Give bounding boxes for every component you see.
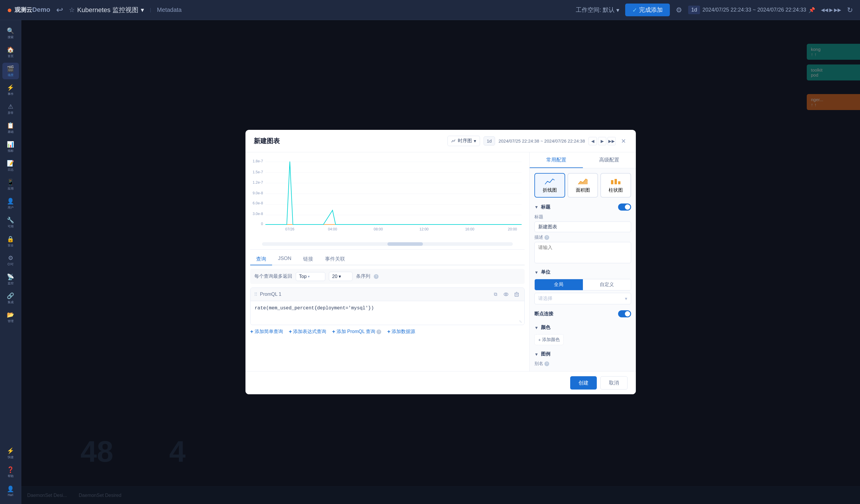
pin-icon[interactable]: 📌 [808, 7, 815, 13]
sidebar-item-basic[interactable]: 📋 基础 [2, 119, 19, 136]
promql-editor[interactable]: rate(mem_used_percent{deployment='mysql'… [250, 301, 524, 325]
sidebar-label-events: 事件 [8, 92, 14, 96]
availability-icon: 🔧 [7, 216, 14, 224]
sort-order-select[interactable]: Top ▾ [296, 272, 325, 281]
add-expr-query-btn[interactable]: + 添加表达式查询 [289, 329, 327, 335]
tab-advanced-config[interactable]: 高级配置 [583, 152, 636, 168]
add-promql-query-btn[interactable]: + 添加 PromQL 查询 ? [332, 329, 381, 335]
resize-handle[interactable]: ⤡ [519, 319, 522, 323]
metadata-btn[interactable]: Metadata [157, 6, 182, 13]
plus-icon-2: + [289, 329, 292, 335]
search-icon: 🔍 [7, 27, 14, 34]
promql-copy-btn[interactable]: ⧉ [491, 290, 500, 299]
add-color-label: 添加颜色 [542, 337, 560, 343]
color-caret[interactable]: ▼ [534, 325, 539, 330]
modal-next-next-btn[interactable]: ▶▶ [607, 137, 616, 145]
sidebar-item-app[interactable]: 📱 应用 [2, 176, 19, 193]
tab-json[interactable]: JSON [272, 253, 297, 265]
star-icon[interactable]: ☆ [69, 6, 75, 14]
svg-point-22 [505, 294, 507, 295]
promql-delete-btn[interactable] [513, 290, 521, 299]
sidebar-item-user[interactable]: 👤 用户 [2, 195, 19, 212]
modal-time-period[interactable]: 1d [484, 136, 495, 145]
modal-header-controls: 时序图 ▾ 1d 2024/07/25 22:24:38 ~ 2024/07/2… [447, 136, 628, 146]
tab-common-config[interactable]: 常用配置 [530, 152, 583, 168]
add-datasource-btn[interactable]: + 添加数据源 [387, 329, 415, 335]
profile-icon: 👤 [7, 485, 14, 492]
app-icon: 📱 [7, 179, 14, 186]
title-toggle[interactable] [618, 203, 631, 211]
sidebar-item-availability[interactable]: 🔧 可用 [2, 214, 19, 231]
sidebar-item-manage[interactable]: 📂 管理 [2, 309, 19, 325]
next-next-icon[interactable]: ▶▶ [834, 7, 841, 13]
tab-link[interactable]: 链接 [297, 253, 319, 265]
unit-tabs: 全局 自定义 [534, 279, 631, 290]
unit-tab-custom[interactable]: 自定义 [583, 279, 631, 290]
svg-text:16:00: 16:00 [465, 227, 474, 231]
integration-icon: 🔗 [7, 292, 14, 299]
svg-rect-31 [618, 181, 620, 184]
desc-textarea[interactable] [534, 242, 631, 263]
trash-icon [515, 292, 519, 297]
sidebar-item-search[interactable]: 🔍 搜索 [2, 25, 19, 41]
play-icon[interactable]: ▶ [829, 7, 833, 13]
drag-handle-icon[interactable]: ⠿ [254, 292, 258, 297]
add-simple-query-btn[interactable]: + 添加简单查询 [250, 329, 283, 335]
complete-add-button[interactable]: ✓ 完成添加 [625, 3, 670, 16]
unit-caret[interactable]: ▼ [534, 270, 539, 275]
sidebar-item-home[interactable]: 🏠 首页 [2, 44, 19, 60]
chart-type-area[interactable]: 面积图 [568, 173, 598, 198]
sidebar-item-profile[interactable]: 👤 Harl [2, 483, 19, 499]
unit-tab-global[interactable]: 全局 [535, 279, 583, 290]
sidebar-item-shortcuts[interactable]: ⚡ 快捷 [2, 445, 19, 461]
add-color-plus: + [538, 337, 541, 342]
sidebar-item-monitor[interactable]: 📡 监控 [2, 271, 19, 288]
add-simple-label: 添加简单查询 [255, 329, 283, 335]
settings-icon[interactable]: ⚙ [676, 6, 682, 14]
config-help-icon[interactable]: ? [374, 274, 378, 279]
modal-play-btn[interactable]: ▶ [598, 137, 606, 145]
prev-prev-icon[interactable]: ◀◀ [821, 7, 828, 13]
tab-query[interactable]: 查询 [250, 253, 272, 265]
title-dropdown-icon[interactable]: ▾ [141, 6, 144, 14]
title-input[interactable] [534, 221, 631, 232]
modal-prev-btn[interactable]: ◀ [588, 137, 597, 145]
modal-close-button[interactable]: ✕ [619, 137, 628, 145]
sidebar-item-security[interactable]: 🔒 安全 [2, 233, 19, 250]
sidebar-item-metrics[interactable]: 📊 指标 [2, 139, 19, 155]
promql-eye-btn[interactable] [502, 290, 510, 299]
title-section-header: ▼ 标题 [534, 202, 631, 212]
refresh-icon[interactable]: ↻ [847, 6, 853, 14]
chart-type-bar[interactable]: 柱状图 [600, 173, 631, 198]
sidebar-item-ci[interactable]: ⚙ CI可 [2, 252, 19, 269]
legend-caret[interactable]: ▼ [534, 352, 539, 357]
plus-icon-1: + [250, 329, 254, 335]
break-toggle[interactable] [618, 310, 631, 317]
sidebar-item-help[interactable]: ❓ 帮助 [2, 464, 19, 480]
sidebar-item-anomaly[interactable]: ⚠ 异常 [2, 101, 19, 117]
unit-select[interactable]: 请选择 ▾ [534, 293, 631, 304]
sidebar-label-search: 搜索 [8, 35, 14, 39]
count-select[interactable]: 20 ▾ [329, 272, 353, 281]
workspace-selector[interactable]: 工作空间: 默认 ▾ [576, 6, 619, 14]
desc-label: 描述 ? [534, 234, 631, 240]
tab-event-assoc[interactable]: 事件关联 [319, 253, 351, 265]
desc-help-icon[interactable]: ? [544, 235, 549, 240]
chart-type-line[interactable]: 折线图 [534, 173, 565, 198]
undo-icon[interactable]: ↩ [56, 5, 63, 15]
promql-help-icon[interactable]: ? [376, 330, 381, 334]
title-caret[interactable]: ▼ [534, 205, 539, 210]
sidebar-item-integration[interactable]: 🔗 集成 [2, 290, 19, 306]
sidebar-item-logs[interactable]: 📝 日志 [2, 157, 19, 174]
modal-title: 新建图表 [254, 136, 280, 145]
add-color-button[interactable]: + 添加颜色 [534, 334, 564, 345]
cancel-button[interactable]: 取消 [600, 376, 628, 390]
sidebar-item-scene[interactable]: 🎬 场景 [2, 63, 19, 79]
config-suffix-label: 条序列 [356, 273, 370, 279]
chart-type-selector[interactable]: 时序图 ▾ [447, 136, 480, 146]
alias-help-icon[interactable]: ? [544, 361, 549, 366]
time-period-badge[interactable]: 1d [688, 5, 700, 14]
create-button[interactable]: 创建 [570, 376, 597, 390]
sidebar-item-events[interactable]: ⚡ 事件 [2, 82, 19, 98]
chart-scrollbar[interactable] [262, 242, 513, 246]
